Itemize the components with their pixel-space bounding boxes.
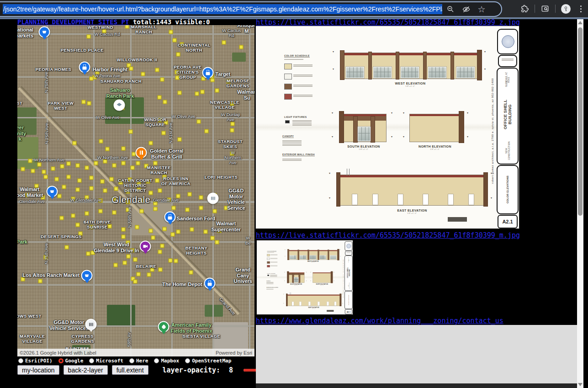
map-control-button[interactable]: back-2-layer [64, 365, 108, 375]
feature-marker[interactable] [199, 206, 203, 210]
address-bar[interactable]: /json2tree/gateway/feature-hover/hover-u… [0, 1, 502, 17]
feature-marker[interactable] [123, 261, 127, 265]
feature-marker[interactable] [188, 192, 192, 197]
poi-pin[interactable] [39, 27, 50, 38]
flickr-image-link-z[interactable]: https://live.staticflickr.com/65535/5052… [256, 18, 520, 27]
feature-marker[interactable] [176, 230, 180, 234]
feature-marker[interactable] [174, 259, 178, 263]
url-text[interactable]: /json2tree/gateway/feature-hover/hover-u… [3, 4, 442, 14]
feature-marker[interactable] [86, 252, 90, 256]
feature-marker[interactable] [110, 177, 114, 181]
feature-marker[interactable] [129, 67, 133, 71]
feature-marker[interactable] [230, 128, 234, 133]
feature-marker[interactable] [213, 209, 217, 213]
feature-marker[interactable] [76, 188, 80, 192]
map-control-button[interactable]: my-location [17, 365, 59, 375]
feature-marker[interactable] [87, 35, 91, 39]
feature-marker[interactable] [90, 186, 94, 191]
poi-pin[interactable] [136, 147, 147, 159]
feature-marker[interactable] [101, 180, 105, 184]
feature-marker[interactable] [160, 78, 164, 82]
feature-marker[interactable] [151, 236, 155, 240]
feature-marker[interactable] [169, 30, 173, 34]
feature-marker[interactable] [154, 207, 158, 211]
poi-pin[interactable] [85, 319, 97, 330]
feature-marker[interactable] [42, 170, 46, 174]
feature-marker[interactable] [178, 91, 182, 95]
feature-marker[interactable] [160, 244, 164, 248]
feature-marker[interactable] [122, 228, 126, 232]
basemap-radio[interactable]: Google [58, 358, 84, 364]
feature-marker[interactable] [158, 250, 162, 254]
feature-marker[interactable] [137, 272, 141, 276]
radio-circle-icon[interactable] [129, 358, 134, 363]
feature-marker[interactable] [149, 229, 153, 233]
extensions-icon[interactable] [520, 4, 529, 13]
feature-marker[interactable] [106, 147, 110, 151]
poi-pin[interactable] [140, 241, 151, 252]
scrollbar-up-arrow[interactable] [578, 21, 583, 24]
feature-marker[interactable] [94, 161, 98, 165]
feature-marker[interactable] [158, 189, 162, 193]
feature-marker[interactable] [60, 165, 64, 169]
feature-marker[interactable] [172, 206, 176, 210]
scrollbar-thumb[interactable] [578, 27, 583, 216]
feature-marker[interactable] [169, 259, 173, 263]
page-scrollbar[interactable] [577, 19, 583, 388]
feature-marker[interactable] [185, 208, 190, 212]
feature-marker[interactable] [131, 166, 135, 170]
feature-marker[interactable] [195, 92, 199, 96]
feature-marker[interactable] [38, 279, 42, 283]
feature-marker[interactable] [133, 258, 138, 262]
feature-marker[interactable] [122, 147, 126, 151]
feature-marker[interactable] [62, 185, 66, 189]
basemap-radio[interactable]: Mapbox [154, 358, 179, 364]
feature-marker[interactable] [199, 196, 203, 200]
poi-pin[interactable] [79, 62, 90, 73]
feature-marker[interactable] [85, 212, 89, 216]
feature-marker[interactable] [76, 223, 80, 227]
poi-pin[interactable] [81, 270, 93, 282]
feature-marker[interactable] [171, 233, 175, 237]
poi-pin[interactable] [47, 186, 58, 197]
feature-marker[interactable] [67, 162, 71, 166]
feature-marker[interactable] [122, 161, 126, 165]
poi-pin[interactable] [114, 100, 125, 111]
bookmark-star-icon[interactable]: ☆ [477, 5, 486, 14]
radio-circle-icon[interactable] [154, 358, 159, 363]
feature-marker[interactable] [140, 209, 144, 213]
feature-marker[interactable] [222, 41, 226, 45]
feature-marker[interactable] [178, 138, 182, 142]
poi-pin[interactable] [158, 321, 170, 333]
tab-search-icon[interactable] [540, 4, 550, 13]
feature-marker[interactable] [127, 255, 131, 259]
feature-marker[interactable] [99, 139, 103, 144]
feature-marker[interactable] [211, 236, 215, 240]
eye-off-icon[interactable] [461, 5, 471, 14]
feature-marker[interactable] [133, 280, 138, 284]
feature-marker[interactable] [37, 163, 42, 167]
feature-marker[interactable] [204, 230, 208, 234]
feature-marker[interactable] [99, 209, 103, 213]
feature-marker[interactable] [103, 189, 107, 193]
radio-circle-icon[interactable] [185, 358, 190, 363]
zoom-out-icon[interactable] [446, 5, 455, 14]
feature-marker[interactable] [163, 100, 167, 104]
feature-marker[interactable] [28, 159, 32, 163]
feature-marker[interactable] [31, 169, 35, 173]
feature-marker[interactable] [55, 177, 59, 181]
feature-marker[interactable] [114, 263, 118, 267]
map-control-button[interactable]: full.extent [112, 365, 148, 375]
feature-marker[interactable] [73, 141, 77, 145]
feature-marker[interactable] [58, 194, 62, 198]
feature-marker[interactable] [135, 225, 139, 229]
feature-marker[interactable] [44, 175, 48, 179]
feature-marker[interactable] [112, 164, 117, 168]
feature-marker[interactable] [197, 120, 201, 124]
feature-marker[interactable] [114, 187, 118, 191]
map-canvas[interactable]: WESTWINDMARSHALL RANCHPENSFIELD PLACEWIL… [17, 25, 254, 356]
feature-marker[interactable] [190, 228, 194, 232]
feature-marker[interactable] [78, 179, 82, 183]
feature-marker[interactable] [149, 141, 153, 145]
feature-marker[interactable] [159, 268, 163, 272]
